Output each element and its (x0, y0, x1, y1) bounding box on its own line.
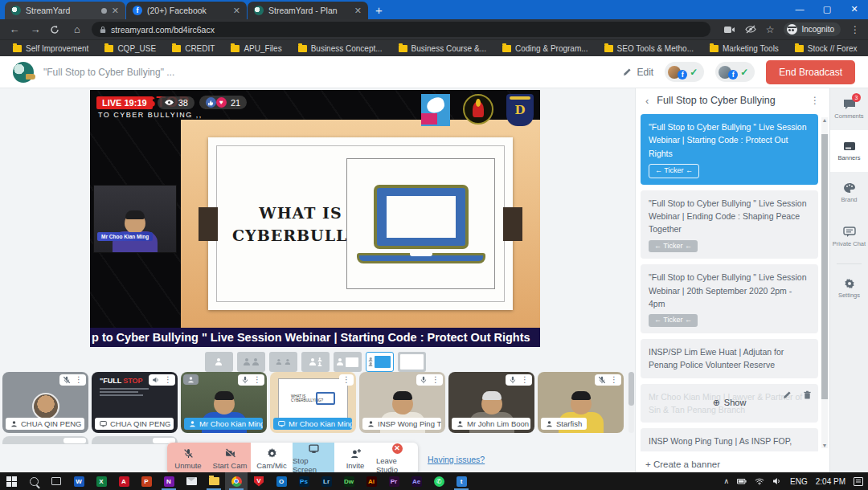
rail-item-private-chat[interactable]: Private Chat (830, 214, 868, 260)
banner-item[interactable]: INSP/SP Lim Ewe Huat | Adjutan for Penan… (641, 339, 818, 378)
participant-tile[interactable]: ⋮ INSP Wong Ping Tung (359, 372, 445, 433)
minimize-button[interactable]: — (786, 0, 813, 19)
clock[interactable]: 2:04 PM (816, 477, 845, 486)
stop-screen-button[interactable]: Stop Screen (293, 443, 334, 475)
app-mail[interactable] (180, 472, 203, 490)
bookmark-item[interactable]: APU_Files (224, 44, 288, 53)
participant-tile[interactable]: ⋮ Mr Choo Kian Ming (181, 372, 267, 433)
delete-trash-icon[interactable] (803, 390, 812, 399)
app-whatsapp[interactable]: ✆ (428, 472, 450, 490)
app-antivirus[interactable]: V (248, 472, 270, 490)
tile-controls[interactable]: ⋮ (149, 374, 175, 386)
tile-controls[interactable]: ⋮ (339, 374, 354, 386)
search-button[interactable] (23, 472, 45, 490)
tile-controls[interactable]: ⋮ (416, 374, 443, 386)
camera-icon[interactable] (724, 26, 735, 34)
tab-close-icon[interactable]: ✕ (354, 6, 362, 16)
app-illustrator[interactable]: Ai (360, 472, 383, 490)
back-chevron-icon[interactable]: ‹ (645, 95, 649, 107)
tile-controls[interactable]: ⋮ (595, 374, 621, 386)
banner-list-scrollbar[interactable]: ▲ ▼ (821, 117, 828, 448)
app-word[interactable]: W (68, 472, 90, 490)
app-photoshop[interactable]: Ps (293, 472, 315, 490)
speaker-icon[interactable] (772, 477, 782, 485)
tray-expand-icon[interactable]: ∧ (723, 477, 729, 485)
participant-tile[interactable]: ⋮ Starfish (538, 372, 624, 433)
banner-item-active[interactable]: "Full Stop to Cyber Bullying " Live Sess… (641, 114, 818, 185)
layout-solo[interactable] (205, 352, 233, 372)
layout-fullscreen[interactable] (398, 352, 426, 372)
tab-streamyard[interactable]: StreamYard ✕ (5, 2, 125, 19)
bookmark-item[interactable]: Stock // Forex (788, 44, 864, 53)
rail-item-comments[interactable]: Comments 3 (830, 88, 868, 130)
show-banner-button[interactable]: ⊕ Show (713, 396, 747, 410)
cam-mic-settings-button[interactable]: Cam/Mic (251, 443, 293, 475)
participant-tile-partial[interactable] (92, 436, 178, 444)
rail-item-banners[interactable]: Banners (830, 130, 868, 172)
new-tab-button[interactable]: + (375, 3, 383, 17)
start-cam-button[interactable]: Start Cam (209, 443, 251, 475)
end-broadcast-button[interactable]: End Broadcast (766, 60, 855, 84)
app-excel[interactable]: X (90, 472, 113, 490)
tile-controls[interactable]: ⋮ (59, 374, 86, 386)
start-button[interactable] (0, 472, 23, 490)
tab-streamyard-plan[interactable]: StreamYard - Plan ✕ (248, 2, 368, 19)
forward-icon[interactable]: → (29, 23, 42, 35)
browser-menu-icon[interactable]: ⋮ (850, 25, 860, 35)
destination-facebook-1[interactable]: f ✓ (665, 62, 704, 82)
app-dreamweaver[interactable]: Dw (338, 472, 360, 490)
participant-tile-screenshare[interactable]: WHAT IS CYBERBULLYING? ⋮ Mr Choo Kian Mi… (270, 372, 356, 433)
banner-item-hovered[interactable]: Mr Choo Kian Ming | Lawyer & Partner of … (641, 384, 818, 423)
bookmark-star-icon[interactable]: ☆ (766, 24, 775, 35)
task-view-button[interactable] (45, 472, 68, 490)
panel-menu-icon[interactable]: ⋮ (810, 96, 820, 105)
app-teams[interactable]: t (450, 472, 473, 490)
app-file-explorer[interactable] (203, 472, 225, 490)
app-after-effects[interactable]: Ae (405, 472, 428, 490)
app-lightroom[interactable]: Lr (315, 472, 338, 490)
app-premiere[interactable]: Pr (383, 472, 405, 490)
app-powerpoint[interactable]: P (135, 472, 158, 490)
banner-item[interactable]: "Full Stop to Cyber Bullying " Live Sess… (641, 190, 818, 259)
destination-facebook-2[interactable]: f ✓ (715, 62, 755, 82)
address-bar[interactable]: streamyard.com/bd4irc6acx (92, 22, 710, 37)
layout-spotlight[interactable] (301, 352, 330, 372)
bookmark-item[interactable]: Marketing Tools (703, 44, 785, 53)
edit-button[interactable]: Edit (623, 67, 653, 78)
tab-facebook[interactable]: f (20+) Facebook ✕ (126, 2, 247, 19)
layout-screen-large-selected[interactable] (366, 352, 394, 372)
tab-close-icon[interactable]: ✕ (233, 6, 240, 16)
unmute-button[interactable]: Unmute (167, 443, 209, 475)
tab-close-icon[interactable]: ✕ (112, 6, 119, 16)
layout-split-2[interactable] (237, 352, 265, 372)
strip-scrollbar[interactable] (628, 372, 634, 433)
tile-controls[interactable]: ⋮ (238, 374, 264, 386)
eye-off-icon[interactable] (745, 25, 756, 34)
bookmark-item[interactable]: Business Course &... (392, 44, 493, 53)
layout-group-small[interactable] (269, 352, 297, 372)
app-chrome-active[interactable] (225, 472, 248, 490)
bookmark-item[interactable]: CREDIT (166, 44, 221, 53)
participant-tile-partial[interactable] (2, 436, 88, 444)
edit-pencil-icon[interactable] (783, 390, 792, 399)
reload-icon[interactable] (50, 25, 63, 35)
participant-tile[interactable]: ⋮ Mr John Lim Boon Be... (448, 372, 534, 433)
action-center-icon[interactable] (854, 477, 863, 486)
home-icon[interactable]: ⌂ (71, 23, 84, 35)
maximize-button[interactable]: ▢ (813, 0, 841, 19)
create-banner-button[interactable]: + Create a banner (645, 459, 720, 469)
participant-tile[interactable]: ⋮ CHUA QIN PENG (2, 372, 88, 433)
participant-tile-screenshare[interactable]: "FULL STOP ⋮ CHUA QIN PENG (92, 372, 178, 433)
bookmark-item[interactable]: SEO Tools & Metho... (598, 44, 700, 53)
leave-studio-button[interactable]: ✕ Leave Studio (376, 443, 418, 475)
rail-item-brand[interactable]: Brand (830, 172, 868, 214)
app-outlook[interactable]: O (270, 472, 293, 490)
having-issues-link[interactable]: Having issues? (428, 455, 485, 464)
back-icon[interactable]: ← (8, 23, 21, 35)
tile-controls[interactable]: ⋮ (506, 374, 532, 386)
invite-button[interactable]: Invite (334, 443, 376, 475)
app-onenote[interactable]: N (158, 472, 180, 490)
layout-screen-left[interactable] (334, 352, 362, 372)
banner-item[interactable]: "Full Stop to Cyber Bullying " Live Sess… (641, 264, 818, 333)
language-indicator[interactable]: ENG (790, 477, 808, 486)
